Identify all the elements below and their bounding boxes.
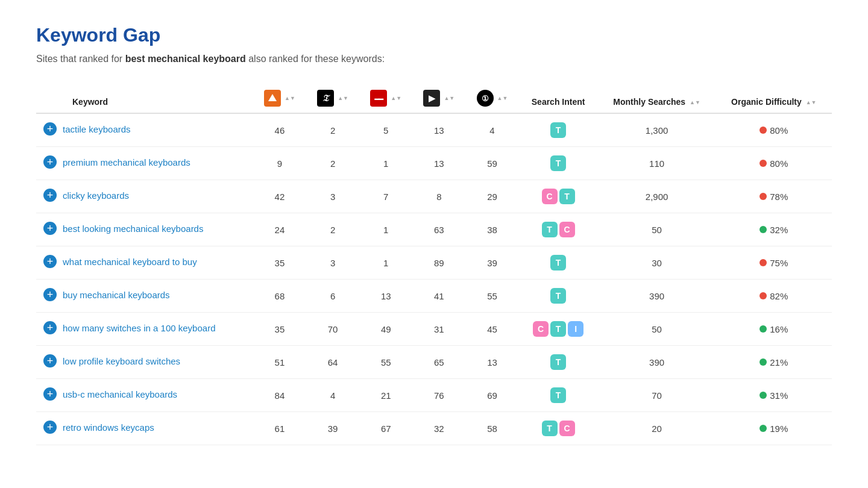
- difficulty-value: 80%: [770, 158, 788, 169]
- site5-header[interactable]: ① ▲▼: [465, 84, 518, 113]
- col2-cell: 64: [306, 346, 359, 379]
- difficulty-cell: 78%: [716, 180, 832, 213]
- add-keyword-icon[interactable]: +: [43, 255, 57, 268]
- intent-cell: T: [519, 346, 598, 379]
- difficulty-cell: 19%: [716, 412, 832, 445]
- site3-header[interactable]: ▬▬ ▲▼: [359, 84, 412, 113]
- keyword-link[interactable]: low profile keyboard switches: [63, 356, 180, 366]
- add-keyword-icon[interactable]: +: [43, 321, 57, 334]
- monthly-searches-header[interactable]: Monthly Searches ▲▼: [598, 84, 716, 113]
- col4-cell: 32: [412, 412, 465, 445]
- keyword-link[interactable]: tactile keyboards: [63, 124, 131, 134]
- keyword-link[interactable]: usb-c mechanical keyboards: [63, 389, 177, 399]
- col2-cell: 70: [306, 313, 359, 346]
- site4-header[interactable]: ▶ ▲▼: [412, 84, 465, 113]
- monthly-cell: 30: [598, 246, 716, 280]
- add-keyword-icon[interactable]: +: [43, 222, 57, 235]
- intent-badge-t: T: [550, 288, 566, 304]
- monthly-cell: 1,300: [598, 113, 716, 147]
- intent-cell: CTI: [519, 313, 598, 346]
- keyword-link[interactable]: best looking mechanical keyboards: [63, 224, 203, 234]
- col5-cell: 69: [465, 379, 518, 412]
- monthly-sort[interactable]: ▲▼: [690, 100, 700, 105]
- col1-cell: 46: [253, 113, 306, 147]
- site1-sort[interactable]: ▲▼: [285, 96, 295, 101]
- search-intent-header: Search Intent: [519, 84, 598, 113]
- intent-cell: T: [519, 113, 598, 147]
- site1-header[interactable]: ▲▼: [253, 84, 306, 113]
- intent-badge-c: C: [559, 222, 575, 237]
- site4-sort[interactable]: ▲▼: [444, 96, 454, 101]
- difficulty-value: 75%: [770, 258, 788, 268]
- subtitle: Sites that ranked for best mechanical ke…: [36, 54, 832, 64]
- col2-cell: 6: [306, 280, 359, 313]
- col1-cell: 68: [253, 280, 306, 313]
- difficulty-value: 78%: [770, 192, 788, 202]
- difficulty-dot: [760, 292, 767, 299]
- intent-badge-t: T: [550, 387, 566, 403]
- keyword-gap-table: Keyword ▲▼ 𝔗 ▲▼ ▬▬ ▲▼: [36, 84, 832, 445]
- keyword-link[interactable]: premium mechanical keyboards: [63, 157, 190, 167]
- col5-cell: 59: [465, 147, 518, 180]
- subtitle-suffix: also ranked for these keywords:: [246, 54, 385, 64]
- difficulty-value: 16%: [770, 324, 788, 334]
- difficulty-dot: [760, 160, 767, 167]
- difficulty-value: 80%: [770, 125, 788, 136]
- keyword-cell: + low profile keyboard switches: [36, 346, 253, 376]
- intent-cell: TC: [519, 213, 598, 246]
- add-keyword-icon[interactable]: +: [43, 288, 57, 301]
- table-header-row: Keyword ▲▼ 𝔗 ▲▼ ▬▬ ▲▼: [36, 84, 832, 113]
- intent-badge-t: T: [559, 189, 575, 204]
- keyword-link[interactable]: how many switches in a 100 keyboard: [63, 323, 215, 333]
- keyword-cell: + retro windows keycaps: [36, 412, 253, 442]
- col4-cell: 31: [412, 313, 465, 346]
- col1-cell: 61: [253, 412, 306, 445]
- col1-cell: 51: [253, 346, 306, 379]
- add-keyword-icon[interactable]: +: [43, 122, 57, 136]
- intent-badge-c: C: [559, 421, 575, 436]
- difficulty-value: 32%: [770, 225, 788, 235]
- monthly-cell: 70: [598, 379, 716, 412]
- difficulty-dot: [760, 259, 767, 266]
- difficulty-sort[interactable]: ▲▼: [806, 100, 817, 105]
- col1-cell: 84: [253, 379, 306, 412]
- add-keyword-icon[interactable]: +: [43, 189, 57, 202]
- site2-sort[interactable]: ▲▼: [338, 96, 348, 101]
- difficulty-dot: [760, 425, 767, 432]
- keyword-link[interactable]: buy mechanical keyboards: [63, 290, 170, 300]
- col5-cell: 55: [465, 280, 518, 313]
- intent-badge-t: T: [550, 354, 566, 370]
- col3-cell: 49: [359, 313, 412, 346]
- keyword-cell: + best looking mechanical keyboards: [36, 213, 253, 243]
- intent-cell: T: [519, 147, 598, 180]
- site5-sort[interactable]: ▲▼: [497, 96, 508, 101]
- table-row: + usb-c mechanical keyboards 844217669T7…: [36, 379, 832, 412]
- add-keyword-icon[interactable]: +: [43, 354, 57, 368]
- intent-badge-i: I: [568, 321, 583, 337]
- difficulty-dot: [760, 193, 767, 200]
- add-keyword-icon[interactable]: +: [43, 155, 57, 169]
- col3-cell: 67: [359, 412, 412, 445]
- monthly-cell: 50: [598, 313, 716, 346]
- add-keyword-icon[interactable]: +: [43, 387, 57, 401]
- difficulty-dot: [760, 127, 767, 134]
- intent-cell: TC: [519, 412, 598, 445]
- site2-header[interactable]: 𝔗 ▲▼: [306, 84, 359, 113]
- keyword-link[interactable]: retro windows keycaps: [63, 422, 154, 433]
- intent-badge-t: T: [550, 122, 566, 138]
- keyword-link[interactable]: clicky keyboards: [63, 190, 129, 201]
- col2-cell: 2: [306, 213, 359, 246]
- organic-difficulty-header[interactable]: Organic Difficulty ▲▼: [716, 84, 832, 113]
- col2-cell: 2: [306, 113, 359, 147]
- site3-sort[interactable]: ▲▼: [391, 96, 401, 101]
- col2-cell: 4: [306, 379, 359, 412]
- difficulty-dot: [760, 358, 767, 366]
- keyword-link[interactable]: what mechanical keyboard to buy: [63, 257, 197, 267]
- col4-cell: 89: [412, 246, 465, 280]
- difficulty-cell: 32%: [716, 213, 832, 246]
- difficulty-value: 82%: [770, 291, 788, 301]
- col4-cell: 76: [412, 379, 465, 412]
- add-keyword-icon[interactable]: +: [43, 421, 57, 434]
- col3-cell: 7: [359, 180, 412, 213]
- intent-badge-t: T: [550, 321, 566, 337]
